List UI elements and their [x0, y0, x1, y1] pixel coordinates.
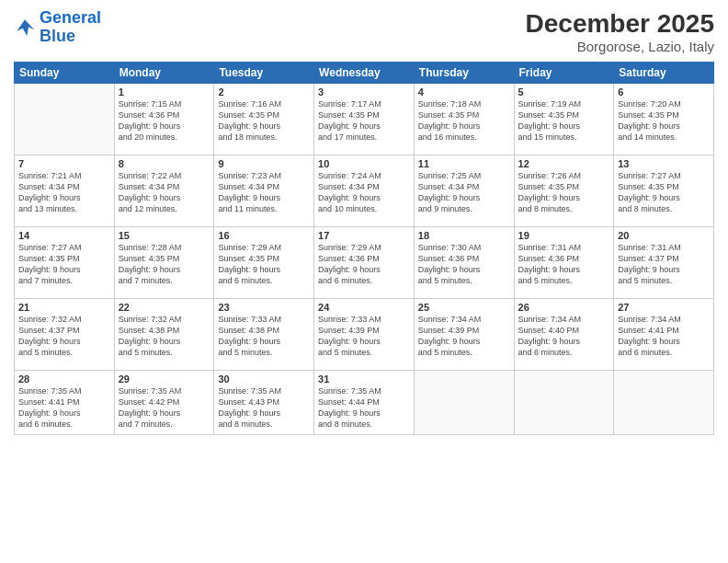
day-number: 18	[418, 230, 510, 241]
day-number: 13	[618, 158, 710, 169]
day-content: Sunrise: 7:24 AM Sunset: 4:34 PM Dayligh…	[318, 170, 410, 215]
day-number: 6	[618, 86, 710, 98]
page: General Blue December 2025 Borgorose, La…	[0, 0, 728, 563]
calendar-cell: 7Sunrise: 7:21 AM Sunset: 4:34 PM Daylig…	[15, 155, 115, 227]
day-number: 4	[418, 86, 510, 98]
calendar-cell: 28Sunrise: 7:35 AM Sunset: 4:41 PM Dayli…	[15, 371, 115, 435]
day-number: 31	[318, 373, 410, 385]
day-content: Sunrise: 7:25 AM Sunset: 4:34 PM Dayligh…	[418, 170, 510, 215]
svg-marker-0	[17, 19, 34, 36]
day-number: 21	[18, 302, 110, 313]
weekday-friday: Friday	[514, 63, 614, 84]
day-number: 2	[218, 86, 310, 98]
calendar-cell: 17Sunrise: 7:29 AM Sunset: 4:36 PM Dayli…	[314, 227, 415, 299]
weekday-tuesday: Tuesday	[214, 63, 314, 84]
day-content: Sunrise: 7:35 AM Sunset: 4:44 PM Dayligh…	[318, 385, 410, 431]
day-number: 9	[218, 158, 310, 169]
day-content: Sunrise: 7:18 AM Sunset: 4:35 PM Dayligh…	[418, 98, 510, 144]
calendar-cell: 23Sunrise: 7:33 AM Sunset: 4:38 PM Dayli…	[214, 299, 314, 371]
day-content: Sunrise: 7:35 AM Sunset: 4:42 PM Dayligh…	[119, 385, 210, 431]
calendar-cell	[614, 371, 714, 435]
day-content: Sunrise: 7:27 AM Sunset: 4:35 PM Dayligh…	[618, 170, 710, 215]
week-row-2: 14Sunrise: 7:27 AM Sunset: 4:35 PM Dayli…	[15, 227, 714, 299]
day-number: 7	[18, 158, 110, 169]
header: General Blue December 2025 Borgorose, La…	[14, 9, 714, 54]
day-number: 17	[318, 230, 410, 241]
day-number: 5	[518, 86, 610, 98]
calendar-cell: 25Sunrise: 7:34 AM Sunset: 4:39 PM Dayli…	[414, 299, 514, 371]
day-content: Sunrise: 7:33 AM Sunset: 4:38 PM Dayligh…	[218, 314, 310, 359]
calendar-cell: 6Sunrise: 7:20 AM Sunset: 4:35 PM Daylig…	[614, 84, 714, 155]
weekday-header-row: SundayMondayTuesdayWednesdayThursdayFrid…	[15, 63, 714, 84]
weekday-saturday: Saturday	[614, 63, 714, 84]
day-number: 1	[119, 86, 210, 98]
day-number: 30	[218, 373, 310, 385]
day-content: Sunrise: 7:27 AM Sunset: 4:35 PM Dayligh…	[18, 242, 110, 287]
calendar-table: SundayMondayTuesdayWednesdayThursdayFrid…	[14, 62, 714, 435]
day-number: 15	[119, 230, 210, 241]
calendar-cell: 2Sunrise: 7:16 AM Sunset: 4:35 PM Daylig…	[214, 84, 314, 155]
weekday-monday: Monday	[114, 63, 214, 84]
calendar-cell: 1Sunrise: 7:15 AM Sunset: 4:36 PM Daylig…	[114, 84, 214, 155]
day-content: Sunrise: 7:20 AM Sunset: 4:35 PM Dayligh…	[618, 98, 710, 144]
weekday-wednesday: Wednesday	[314, 63, 415, 84]
day-content: Sunrise: 7:34 AM Sunset: 4:40 PM Dayligh…	[518, 314, 610, 359]
calendar-cell: 21Sunrise: 7:32 AM Sunset: 4:37 PM Dayli…	[15, 299, 115, 371]
calendar-cell: 30Sunrise: 7:35 AM Sunset: 4:43 PM Dayli…	[214, 371, 314, 435]
day-content: Sunrise: 7:16 AM Sunset: 4:35 PM Dayligh…	[218, 98, 310, 144]
week-row-1: 7Sunrise: 7:21 AM Sunset: 4:34 PM Daylig…	[15, 155, 714, 227]
day-number: 8	[119, 158, 210, 169]
logo: General Blue	[14, 9, 101, 46]
calendar-cell: 19Sunrise: 7:31 AM Sunset: 4:36 PM Dayli…	[514, 227, 614, 299]
calendar-cell: 8Sunrise: 7:22 AM Sunset: 4:34 PM Daylig…	[114, 155, 214, 227]
calendar-cell: 4Sunrise: 7:18 AM Sunset: 4:35 PM Daylig…	[414, 84, 514, 155]
logo-text: General Blue	[40, 9, 101, 46]
day-content: Sunrise: 7:34 AM Sunset: 4:41 PM Dayligh…	[618, 314, 710, 359]
day-content: Sunrise: 7:28 AM Sunset: 4:35 PM Dayligh…	[119, 242, 210, 287]
calendar-cell: 26Sunrise: 7:34 AM Sunset: 4:40 PM Dayli…	[514, 299, 614, 371]
day-content: Sunrise: 7:29 AM Sunset: 4:35 PM Dayligh…	[218, 242, 310, 287]
day-content: Sunrise: 7:31 AM Sunset: 4:37 PM Dayligh…	[618, 242, 710, 287]
calendar-cell	[414, 371, 514, 435]
month-title: December 2025	[526, 9, 714, 39]
day-number: 20	[618, 230, 710, 241]
logo-line1: General	[40, 8, 101, 27]
day-number: 14	[18, 230, 110, 241]
location-title: Borgorose, Lazio, Italy	[526, 39, 714, 54]
day-content: Sunrise: 7:32 AM Sunset: 4:38 PM Dayligh…	[119, 314, 210, 359]
day-content: Sunrise: 7:19 AM Sunset: 4:35 PM Dayligh…	[518, 98, 610, 144]
calendar-cell: 5Sunrise: 7:19 AM Sunset: 4:35 PM Daylig…	[514, 84, 614, 155]
day-content: Sunrise: 7:30 AM Sunset: 4:36 PM Dayligh…	[418, 242, 510, 287]
day-number: 19	[518, 230, 610, 241]
weekday-sunday: Sunday	[15, 63, 115, 84]
calendar-cell: 22Sunrise: 7:32 AM Sunset: 4:38 PM Dayli…	[114, 299, 214, 371]
calendar-cell: 13Sunrise: 7:27 AM Sunset: 4:35 PM Dayli…	[614, 155, 714, 227]
day-number: 24	[318, 302, 410, 313]
day-number: 12	[518, 158, 610, 169]
day-number: 16	[218, 230, 310, 241]
week-row-0: 1Sunrise: 7:15 AM Sunset: 4:36 PM Daylig…	[15, 84, 714, 155]
calendar-cell	[514, 371, 614, 435]
calendar-cell: 14Sunrise: 7:27 AM Sunset: 4:35 PM Dayli…	[15, 227, 115, 299]
week-row-3: 21Sunrise: 7:32 AM Sunset: 4:37 PM Dayli…	[15, 299, 714, 371]
day-content: Sunrise: 7:29 AM Sunset: 4:36 PM Dayligh…	[318, 242, 410, 287]
day-content: Sunrise: 7:34 AM Sunset: 4:39 PM Dayligh…	[418, 314, 510, 359]
title-block: December 2025 Borgorose, Lazio, Italy	[526, 9, 714, 54]
day-number: 3	[318, 86, 410, 98]
calendar-cell: 10Sunrise: 7:24 AM Sunset: 4:34 PM Dayli…	[314, 155, 415, 227]
day-content: Sunrise: 7:32 AM Sunset: 4:37 PM Dayligh…	[18, 314, 110, 359]
calendar-cell	[15, 84, 115, 155]
day-content: Sunrise: 7:35 AM Sunset: 4:43 PM Dayligh…	[218, 385, 310, 431]
day-number: 27	[618, 302, 710, 313]
calendar-cell: 18Sunrise: 7:30 AM Sunset: 4:36 PM Dayli…	[414, 227, 514, 299]
calendar-cell: 20Sunrise: 7:31 AM Sunset: 4:37 PM Dayli…	[614, 227, 714, 299]
day-content: Sunrise: 7:23 AM Sunset: 4:34 PM Dayligh…	[218, 170, 310, 215]
day-content: Sunrise: 7:17 AM Sunset: 4:35 PM Dayligh…	[318, 98, 410, 144]
day-number: 23	[218, 302, 310, 313]
day-number: 28	[18, 373, 110, 385]
day-content: Sunrise: 7:15 AM Sunset: 4:36 PM Dayligh…	[119, 98, 210, 144]
day-content: Sunrise: 7:33 AM Sunset: 4:39 PM Dayligh…	[318, 314, 410, 359]
calendar-cell: 24Sunrise: 7:33 AM Sunset: 4:39 PM Dayli…	[314, 299, 415, 371]
calendar-cell: 3Sunrise: 7:17 AM Sunset: 4:35 PM Daylig…	[314, 84, 415, 155]
day-number: 11	[418, 158, 510, 169]
